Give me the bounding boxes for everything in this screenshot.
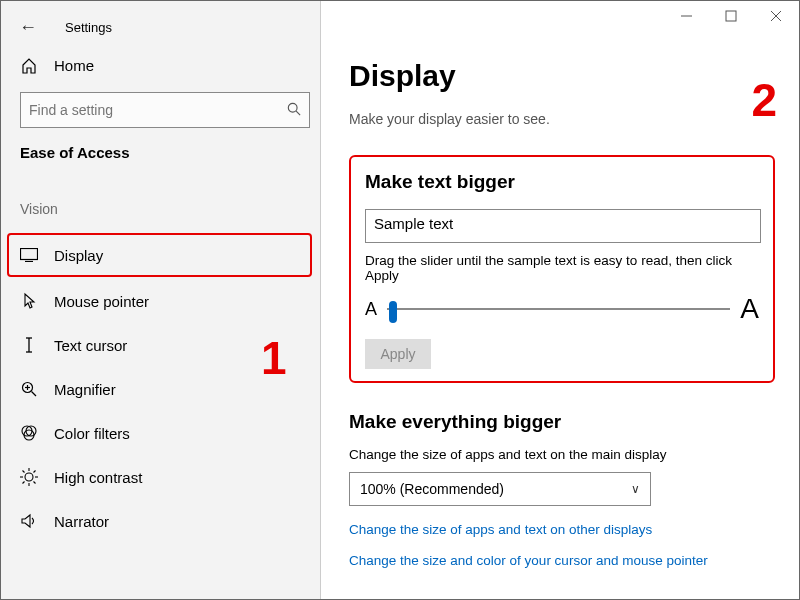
high-contrast-icon bbox=[20, 468, 38, 486]
back-arrow-icon[interactable]: ← bbox=[19, 18, 37, 36]
color-filters-icon bbox=[20, 425, 38, 441]
sidebar-item-label: Magnifier bbox=[54, 381, 116, 398]
apply-button[interactable]: Apply bbox=[365, 339, 431, 369]
sidebar-item-color-filters[interactable]: Color filters bbox=[1, 411, 320, 455]
display-icon bbox=[20, 248, 38, 262]
main-pane: 2 Display Make your display easier to se… bbox=[321, 1, 799, 599]
nav-home[interactable]: Home bbox=[1, 47, 320, 84]
sidebar-item-label: Text cursor bbox=[54, 337, 127, 354]
search-icon bbox=[287, 102, 301, 119]
search-wrap bbox=[1, 84, 320, 144]
pointer-icon bbox=[20, 292, 38, 310]
svg-line-25 bbox=[34, 471, 36, 473]
slider-max-a: A bbox=[740, 293, 759, 325]
annotation-1: 1 bbox=[261, 331, 287, 385]
sidebar-item-narrator[interactable]: Narrator bbox=[1, 499, 320, 543]
settings-window: ← Settings Home Ease of Access Vision Di… bbox=[0, 0, 800, 600]
annotation-2: 2 bbox=[751, 73, 777, 127]
scale-dropdown[interactable]: 100% (Recommended) ∨ bbox=[349, 472, 651, 506]
slider-min-a: A bbox=[365, 299, 377, 320]
svg-point-4 bbox=[288, 103, 297, 112]
svg-line-5 bbox=[296, 111, 300, 115]
everything-bigger-heading: Make everything bigger bbox=[349, 411, 775, 433]
sidebar-item-label: Color filters bbox=[54, 425, 130, 442]
search-input[interactable] bbox=[29, 102, 287, 118]
svg-line-14 bbox=[32, 392, 37, 397]
svg-line-26 bbox=[23, 482, 25, 484]
svg-point-18 bbox=[25, 473, 33, 481]
sidebar-item-mouse-pointer[interactable]: Mouse pointer bbox=[1, 279, 320, 323]
svg-rect-6 bbox=[21, 249, 38, 260]
link-cursor-pointer[interactable]: Change the size and color of your cursor… bbox=[349, 553, 775, 568]
window-title: Settings bbox=[65, 20, 112, 35]
sidebar-item-label: High contrast bbox=[54, 469, 142, 486]
sidebar-item-label: Display bbox=[54, 247, 103, 264]
slider-track bbox=[387, 308, 730, 310]
make-text-bigger-section: Make text bigger Sample text Drag the sl… bbox=[349, 155, 775, 383]
svg-line-23 bbox=[23, 471, 25, 473]
search-box[interactable] bbox=[20, 92, 310, 128]
text-bigger-heading: Make text bigger bbox=[365, 171, 759, 193]
text-size-slider[interactable] bbox=[387, 299, 730, 319]
sidebar: ← Settings Home Ease of Access Vision Di… bbox=[1, 1, 321, 599]
text-size-slider-row: A A bbox=[365, 293, 759, 325]
magnifier-icon bbox=[20, 381, 38, 397]
narrator-icon bbox=[20, 513, 38, 529]
page-title: Display bbox=[349, 59, 775, 93]
page-subtitle: Make your display easier to see. bbox=[349, 111, 775, 127]
sidebar-item-label: Mouse pointer bbox=[54, 293, 149, 310]
link-other-displays[interactable]: Change the size of apps and text on othe… bbox=[349, 522, 775, 537]
make-everything-bigger-section: Make everything bigger Change the size o… bbox=[349, 411, 775, 568]
sidebar-item-display[interactable]: Display bbox=[7, 233, 312, 277]
group-vision: Vision bbox=[1, 201, 320, 217]
titlebar: ← Settings bbox=[1, 7, 320, 47]
home-icon bbox=[20, 58, 38, 74]
text-cursor-icon bbox=[20, 336, 38, 354]
slider-hint: Drag the slider until the sample text is… bbox=[365, 253, 759, 283]
everything-bigger-desc: Change the size of apps and text on the … bbox=[349, 447, 775, 462]
slider-thumb[interactable] bbox=[389, 301, 397, 323]
section-title: Ease of Access bbox=[1, 144, 320, 161]
sidebar-item-high-contrast[interactable]: High contrast bbox=[1, 455, 320, 499]
sample-text-box: Sample text bbox=[365, 209, 761, 243]
sidebar-item-label: Narrator bbox=[54, 513, 109, 530]
svg-line-24 bbox=[34, 482, 36, 484]
chevron-down-icon: ∨ bbox=[631, 482, 640, 496]
nav-home-label: Home bbox=[54, 57, 94, 74]
scale-dropdown-value: 100% (Recommended) bbox=[360, 481, 504, 497]
